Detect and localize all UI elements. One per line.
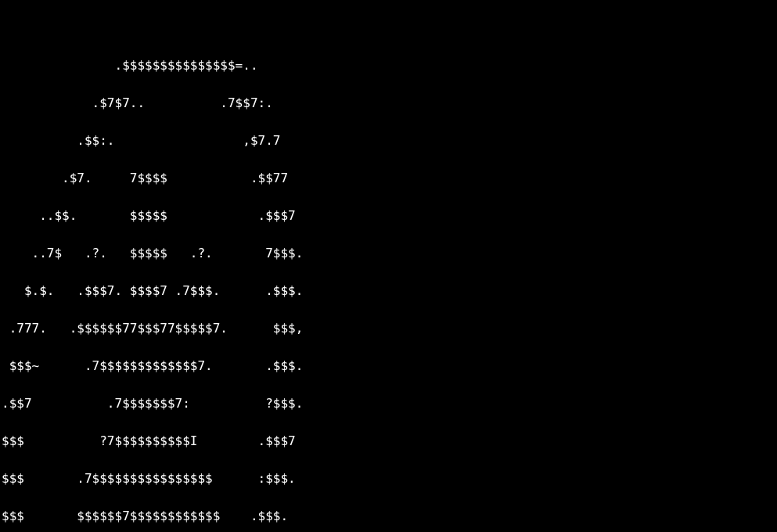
ascii-line: $$$ ?7$$$$$$$$$$I .$$$7 (2, 432, 775, 451)
ascii-line: .$$$$$$$$$$$$$$$=.. (2, 56, 775, 75)
ascii-line: $$$ $$$$$$7$$$$$$$$$$$$ .$$$. (2, 507, 775, 526)
ascii-line: .$7. 7$$$$ .$$77 (2, 169, 775, 188)
ascii-line: .777. .$$$$$$77$$$77$$$$$7. $$$, (2, 319, 775, 338)
terminal-output: .$$$$$$$$$$$$$$$=.. .$7$7.. .7$$7:. .$$:… (0, 0, 777, 532)
ascii-line: $$$~ .7$$$$$$$$$$$$$7. .$$$. (2, 357, 775, 376)
ascii-line: $$$ .7$$$$$$$$$$$$$$$$ :$$$. (2, 469, 775, 488)
ascii-line: ..$$. $$$$$ .$$$7 (2, 207, 775, 225)
ascii-line: $.$. .$$$7. $$$$7 .7$$$. .$$$. (2, 282, 775, 300)
ascii-line: .$$7 .7$$$$$$$7: ?$$$. (2, 394, 775, 413)
ascii-line: ..7$ .?. $$$$$ .?. 7$$$. (2, 244, 775, 263)
ascii-art-logo: .$$$$$$$$$$$$$$$=.. .$7$7.. .7$$7:. .$$:… (2, 19, 775, 532)
ascii-line: .$7$7.. .7$$7:. (2, 94, 775, 113)
ascii-line: .$$:. ,$7.7 (2, 131, 775, 150)
